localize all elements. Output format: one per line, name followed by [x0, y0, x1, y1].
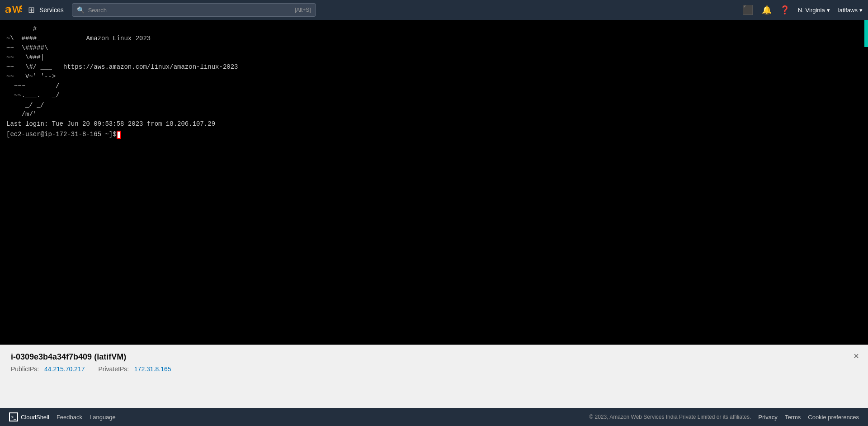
- services-link[interactable]: Services: [39, 6, 64, 14]
- aws-logo[interactable]: [5, 2, 22, 18]
- region-selector[interactable]: N. Virginia ▾: [798, 7, 830, 14]
- private-ip-value: 172.31.8.165: [134, 365, 171, 373]
- public-ip-value: 44.215.70.217: [44, 365, 85, 373]
- search-shortcut: [Alt+S]: [295, 7, 311, 13]
- terminal-area[interactable]: # ~\ ####_ Amazon Linux 2023 ~~ \#####\ …: [0, 20, 868, 345]
- help-icon[interactable]: ❓: [780, 5, 790, 15]
- navbar: ⊞ Services 🔍 [Alt+S] ⬛ 🔔 ❓ N. Virginia ▾…: [0, 0, 868, 20]
- terminal-prompt-line: [ec2-user@ip-172-31-8-165 ~]$: [6, 130, 862, 139]
- user-chevron: ▾: [859, 7, 863, 14]
- grid-icon[interactable]: ⊞: [28, 5, 35, 15]
- public-ip-label: PublicIPs:: [11, 365, 39, 373]
- terms-link[interactable]: Terms: [785, 414, 801, 421]
- terminal-icon[interactable]: ⬛: [742, 5, 754, 15]
- bell-icon[interactable]: 🔔: [762, 5, 772, 15]
- bottom-panel: × i-0309e3b4a34f7b409 (latifVM) PublicIP…: [0, 345, 868, 408]
- public-ip-item: PublicIPs: 44.215.70.217: [11, 365, 85, 373]
- terminal-banner: # ~\ ####_ Amazon Linux 2023 ~~ \#####\ …: [6, 24, 862, 119]
- username-label: latifaws: [838, 7, 858, 14]
- search-icon: 🔍: [77, 6, 85, 14]
- terminal-cursor: [117, 131, 121, 139]
- footer-cloudshell[interactable]: >_ CloudShell: [9, 412, 49, 421]
- feedback-link[interactable]: Feedback: [57, 414, 82, 421]
- region-label: N. Virginia: [798, 7, 825, 14]
- privacy-link[interactable]: Privacy: [758, 414, 778, 421]
- private-ip-label: PrivateIPs:: [98, 365, 129, 373]
- instance-details: PublicIPs: 44.215.70.217 PrivateIPs: 172…: [11, 365, 857, 373]
- private-ip-item: PrivateIPs: 172.31.8.165: [98, 365, 171, 373]
- side-accent: [864, 20, 868, 47]
- instance-title: i-0309e3b4a34f7b409 (latifVM): [11, 352, 857, 362]
- terminal-last-login: Last login: Tue Jun 20 09:53:58 2023 fro…: [6, 119, 862, 129]
- cloudshell-icon: >_: [9, 412, 18, 421]
- footer-legal: Privacy Terms Cookie preferences: [758, 414, 859, 421]
- nav-icons: ⬛ 🔔 ❓ N. Virginia ▾ latifaws ▾: [742, 5, 863, 15]
- search-input[interactable]: [88, 7, 291, 14]
- cookie-link[interactable]: Cookie preferences: [808, 414, 859, 421]
- footer: >_ CloudShell Feedback Language © 2023, …: [0, 408, 868, 426]
- cloudshell-label: CloudShell: [21, 414, 49, 421]
- region-chevron: ▾: [827, 7, 830, 14]
- language-link[interactable]: Language: [90, 414, 116, 421]
- close-button[interactable]: ×: [854, 351, 859, 360]
- footer-copyright: © 2023, Amazon Web Services India Privat…: [589, 414, 751, 420]
- user-menu[interactable]: latifaws ▾: [838, 7, 863, 14]
- terminal-prompt: [ec2-user@ip-172-31-8-165 ~]$: [6, 130, 117, 139]
- search-bar[interactable]: 🔍 [Alt+S]: [72, 3, 316, 17]
